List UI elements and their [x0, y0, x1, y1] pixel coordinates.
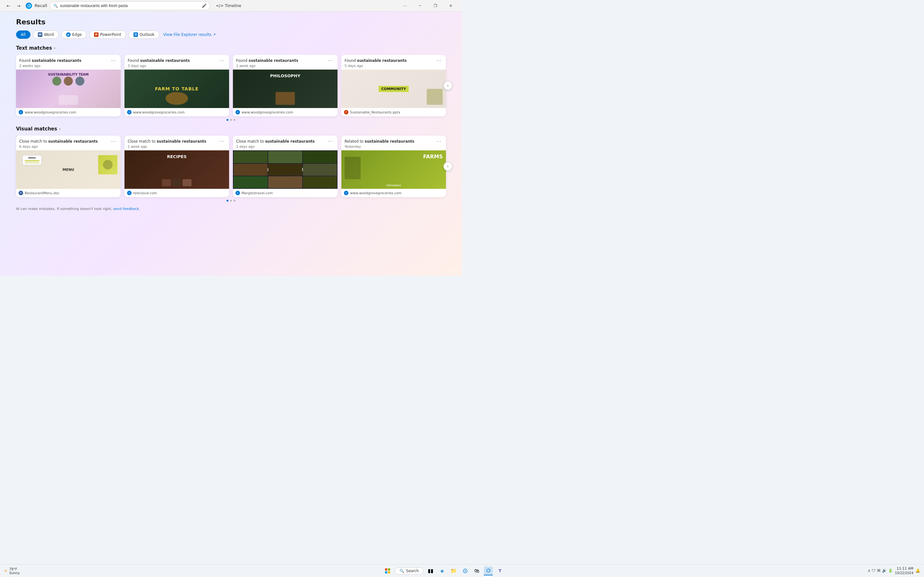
visual-card-footer-1: W RestaurantMenu.doc [16, 189, 121, 197]
card-header-4: Found sustainable restaurants 5 days ago… [341, 55, 446, 69]
visual-matches-chevron-icon: › [59, 127, 61, 131]
text-matches-chevron-icon: › [54, 46, 55, 50]
filter-tab-outlook[interactable]: O Outlook [129, 31, 160, 39]
visual-dot-2[interactable] [230, 200, 232, 201]
filter-tabs: All W Word e Edge P PowerPoint O Outlook… [16, 31, 446, 39]
card-source-1: www.woodgrovegroceries.com [25, 110, 76, 114]
card-more-button-1[interactable]: ··· [110, 58, 118, 63]
filter-tab-edge-label: Edge [72, 32, 82, 37]
forward-button[interactable]: → [14, 1, 23, 10]
search-input[interactable] [60, 3, 200, 8]
visual-matches-section-header[interactable]: Visual matches › [16, 126, 446, 132]
ai-disclaimer-text: AI can make mistakes. If something doesn… [16, 207, 112, 211]
visual-card-header-4: Related to sustainable restaurants Yeste… [341, 135, 446, 150]
card-footer-3: e www.woodgrovegroceries.com [233, 108, 338, 116]
card-image-4 [341, 69, 446, 108]
card-more-button-4[interactable]: ··· [435, 58, 443, 63]
view-file-explorer-text: View File Explorer results [163, 32, 212, 37]
text-dot-2[interactable] [230, 119, 232, 121]
more-options-button[interactable]: ⋯ [397, 0, 412, 11]
svg-marker-1 [30, 5, 31, 6]
visual-matches-cards-wrapper: Close match to sustainable restaurants 6… [16, 135, 446, 197]
visual-card-more-4[interactable]: ··· [435, 139, 443, 144]
text-matches-next-arrow[interactable]: › [443, 81, 452, 90]
outlook-icon: O [134, 32, 138, 37]
window-controls: ⋯ ─ ❐ ✕ [397, 0, 458, 11]
visual-source-icon-4: e [344, 191, 349, 195]
text-matches-cards-row: Found sustainable restaurants 2 weeks ag… [16, 55, 446, 116]
main-content: Results All W Word e Edge P PowerPoint O… [0, 11, 462, 276]
visual-card-title-1: Close match to sustainable restaurants [19, 139, 110, 144]
card-more-button-2[interactable]: ··· [218, 58, 226, 63]
text-matches-title: Text matches [16, 45, 52, 51]
app-title: Recall [35, 3, 47, 8]
visual-card-date-1: 6 days ago [19, 145, 110, 148]
card-header-2: Found sustainable restaurants 3 days ago… [124, 55, 229, 69]
card-header-1: Found sustainable restaurants 2 weeks ag… [16, 55, 121, 69]
card-date-1: 2 weeks ago [19, 64, 110, 68]
card-image-3 [233, 69, 338, 108]
edge-icon: e [66, 32, 71, 37]
view-file-explorer-link[interactable]: View File Explorer results ↗ [163, 32, 216, 37]
restore-button[interactable]: ❐ [428, 0, 443, 11]
visual-card-source-3: Margiestravel.com [242, 191, 273, 195]
text-matches-pagination [16, 119, 446, 121]
word-icon: W [38, 32, 42, 37]
filter-tab-edge[interactable]: e Edge [61, 31, 87, 39]
close-button[interactable]: ✕ [443, 0, 458, 11]
card-date-2: 3 days ago [128, 64, 218, 68]
text-matches-cards-wrapper: Found sustainable restaurants 2 weeks ag… [16, 55, 446, 116]
external-link-icon: ↗ [213, 32, 216, 37]
timeline-button[interactable]: </> Timeline [213, 2, 244, 9]
visual-card-header-2: Close match to sustainable restaurants 1… [124, 135, 229, 150]
filter-tab-all[interactable]: All [16, 31, 31, 39]
text-match-card-3[interactable]: Found sustainable restaurants 1 week ago… [233, 55, 338, 116]
send-feedback-link[interactable]: send feedback [113, 207, 139, 211]
visual-source-icon-3: e [236, 191, 240, 195]
card-source-4: Sustainable_Restaurants.pptx [350, 110, 401, 114]
back-button[interactable]: ← [4, 1, 13, 10]
text-dot-3[interactable] [234, 119, 236, 121]
filter-tab-word[interactable]: W Word [33, 31, 59, 39]
visual-card-more-3[interactable]: ··· [326, 139, 334, 144]
visual-match-card-4[interactable]: Related to sustainable restaurants Yeste… [341, 135, 446, 197]
text-dot-1[interactable] [226, 119, 228, 121]
filter-tab-powerpoint[interactable]: P PowerPoint [89, 31, 126, 39]
visual-dot-3[interactable] [234, 200, 236, 201]
visual-dot-1[interactable] [226, 200, 228, 201]
text-match-card-2[interactable]: Found sustainable restaurants 3 days ago… [124, 55, 229, 116]
voice-icon[interactable]: 🎤 [202, 3, 207, 8]
visual-card-footer-4: e www.woodgrovegroceries.com [341, 189, 446, 197]
card-title-3: Found sustainable restaurants [236, 58, 326, 63]
visual-card-date-4: Yesterday [344, 145, 435, 148]
visual-match-card-2[interactable]: Close match to sustainable restaurants 1… [124, 135, 229, 197]
visual-card-more-2[interactable]: ··· [218, 139, 226, 144]
visual-matches-next-arrow[interactable]: › [443, 162, 452, 171]
filter-tab-outlook-label: Outlook [140, 32, 155, 37]
text-matches-section-header[interactable]: Text matches › [16, 45, 446, 51]
card-source-3: www.woodgrovegroceries.com [242, 110, 293, 114]
visual-card-footer-3: e Margiestravel.com [233, 189, 338, 197]
text-match-card-4[interactable]: Found sustainable restaurants 5 days ago… [341, 55, 446, 116]
card-footer-2: e www.woodgrovegroceries.com [124, 108, 229, 116]
timeline-label: Timeline [225, 3, 241, 8]
card-footer-1: e www.woodgrovegroceries.com [16, 108, 121, 116]
visual-matches-cards-row: Close match to sustainable restaurants 6… [16, 135, 446, 197]
card-image-2 [124, 69, 229, 108]
visual-match-card-3[interactable]: Close match to sustainable restaurants 2… [233, 135, 338, 197]
search-icon: 🔍 [53, 3, 58, 8]
visual-card-title-2: Close match to sustainable restaurants [128, 139, 218, 144]
text-match-card-1[interactable]: Found sustainable restaurants 2 weeks ag… [16, 55, 121, 116]
visual-card-source-2: relecloud.com [133, 191, 157, 195]
visual-card-date-3: 2 days ago [236, 145, 326, 148]
card-more-button-3[interactable]: ··· [326, 58, 334, 63]
visual-match-card-1[interactable]: Close match to sustainable restaurants 6… [16, 135, 121, 197]
search-bar[interactable]: 🔍 🎤 [50, 1, 210, 10]
filter-tab-all-label: All [21, 32, 26, 37]
card-header-3: Found sustainable restaurants 1 week ago… [233, 55, 338, 69]
source-icon-1: e [19, 110, 23, 114]
visual-card-footer-2: e relecloud.com [124, 189, 229, 197]
minimize-button[interactable]: ─ [413, 0, 427, 11]
visual-card-image-2 [124, 150, 229, 189]
visual-card-more-1[interactable]: ··· [110, 139, 118, 144]
